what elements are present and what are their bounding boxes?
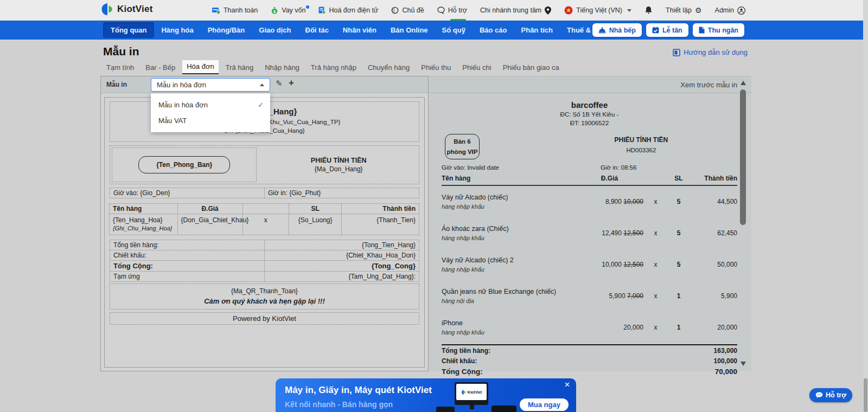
edit-template-icon[interactable]: ✎ xyxy=(276,79,283,88)
template-totals: Tổng tiền hàng: {Tong_Tien_Hang} Chiết k… xyxy=(110,240,419,282)
main-nav: Tổng quan Hàng hóa Phòng/Bàn Giao dịch Đ… xyxy=(0,21,868,40)
nav-tab-phan-tich[interactable]: Phân tích xyxy=(514,21,560,40)
topbar-item-admin[interactable]: Admin xyxy=(715,7,745,15)
receipt-preview: barcoffee ĐC: Số 1B Yết Kiều - ĐT: 19006… xyxy=(429,93,751,371)
receipt-store-name: barcoffee xyxy=(442,100,737,111)
receipt-doc-code: HD003362 xyxy=(545,145,737,155)
chevron-down-icon xyxy=(627,9,631,12)
receipt-item-row: iPhonehàng nhập khẩu 20,000 x 1 20,000 xyxy=(442,312,737,343)
template-doc-code: {Ma_Don_Hang} xyxy=(315,165,363,173)
buy-now-button[interactable]: Mua ngay xyxy=(520,398,569,411)
template-total-row: Tổng Cộng: {Tong_Cong} xyxy=(110,260,419,272)
receipt-doc-title: PHIẾU TÍNH TIỀN xyxy=(545,135,737,145)
add-template-icon[interactable]: + xyxy=(289,78,294,88)
tab-phieu-ban-giao-ca[interactable]: Phiếu bàn giao ca xyxy=(499,61,564,74)
nav-tab-doi-tac[interactable]: Đối tác xyxy=(298,21,336,40)
preview-panel-header: Xem trước mẫu in xyxy=(429,76,751,93)
page-scrollbar[interactable] xyxy=(863,0,868,412)
kitchen-button[interactable]: Nhà bếp xyxy=(592,23,642,37)
nav-tab-bao-cao[interactable]: Báo cáo xyxy=(473,21,514,40)
tab-phieu-chi[interactable]: Phiếu chi xyxy=(458,61,495,74)
check-icon: ✓ xyxy=(258,97,264,113)
template-canvas[interactable]: {Ten_Cua_Hang} ĐC: {Dia_Chi_Cua_Hang} - … xyxy=(104,97,425,368)
theme-icon xyxy=(391,7,399,14)
receipt-time-print: Giờ in: 08:56 xyxy=(601,164,636,171)
editor-panel-label: Mẫu in xyxy=(101,81,127,88)
banner-close-icon[interactable]: ✕ xyxy=(564,381,570,389)
bell-icon xyxy=(644,6,653,15)
nav-tab-hang-hoa[interactable]: Hàng hóa xyxy=(154,21,200,40)
monitor-image: KiotViet xyxy=(455,382,488,405)
nav-quick-actions: Nhà bếp Lễ tân Thu ngân xyxy=(592,23,744,37)
help-link[interactable]: Hướng dẫn sử dụng xyxy=(673,48,748,56)
receipt-time-in: Giờ vào: Invalid date xyxy=(442,164,499,171)
template-times-symbol: x xyxy=(242,214,290,235)
nav-tab-so-quy[interactable]: Sổ quỹ xyxy=(435,21,473,40)
receipt-item-row: Váy nữ Alcado (chiếc) 2hàng nhập khẩu 10… xyxy=(442,249,737,280)
template-total-row: Tổng tiền hàng: {Tong_Tien_Hang} xyxy=(110,240,419,250)
print-template-tabs: Tạm tính Bar - Bếp Hóa đơn Trả hàng Nhập… xyxy=(102,60,564,74)
brand[interactable]: KiotViet xyxy=(100,3,153,16)
template-item-name: {Ten_Hang_Hoa} xyxy=(113,216,174,224)
topbar-item-branch[interactable]: Chi nhánh trung tâm xyxy=(480,7,551,15)
topbar-item-payment[interactable]: Thanh toán xyxy=(212,7,258,14)
template-item-note: {Ghi_Chu_Hang_Hoa} xyxy=(113,225,174,231)
tab-phieu-thu[interactable]: Phiếu thu xyxy=(417,61,455,74)
banner-title: Máy in, Giấy in, Máy quét KiotViet xyxy=(285,385,432,396)
nav-tab-ban-online[interactable]: Bán Online xyxy=(384,21,435,40)
nav-tab-giao-dich[interactable]: Giao dịch xyxy=(252,21,298,40)
template-table-header: Tên hàng Đ.Giá SL Thành tiền xyxy=(110,203,419,214)
printer-image xyxy=(436,407,455,412)
template-select[interactable]: Mẫu in hóa đơn xyxy=(151,78,270,92)
cloche-icon xyxy=(598,27,606,34)
receipt-discount-row: Chiết khấu: 100,000 xyxy=(442,356,737,366)
template-table-row: {Ten_Hang_Hoa} {Ghi_Chu_Hang_Hoa} {Don_G… xyxy=(110,214,419,235)
template-times-row: Giờ vào: {Gio_Den} Giờ in: {Gio_Phut} xyxy=(110,188,419,198)
topbar-item-theme[interactable]: Chủ đề xyxy=(391,7,424,14)
tab-hoa-don[interactable]: Hóa đơn xyxy=(182,60,218,74)
nav-tab-phong-ban[interactable]: Phòng/Bàn xyxy=(201,21,252,40)
template-time-in: Giờ vào: {Gio_Den} xyxy=(110,188,264,198)
kiotviet-app: KiotViet Thanh toán $ Vay vốn Hoá đơ xyxy=(0,0,868,412)
tab-tam-tinh[interactable]: Tạm tính xyxy=(102,61,138,74)
template-items-table: Tên hàng Đ.Giá SL Thành tiền {Ten_Hang_H… xyxy=(110,203,419,235)
chat-bubble-icon xyxy=(815,392,823,398)
topbar-item-support[interactable]: Hỗ trợ Beta xyxy=(437,7,467,14)
payment-icon xyxy=(212,7,220,14)
nav-tabs: Tổng quan Hàng hóa Phòng/Bàn Giao dịch Đ… xyxy=(103,21,626,40)
topbar-item-settings[interactable]: Thiết lập ⚙ xyxy=(666,6,702,15)
user-icon xyxy=(737,7,745,15)
template-item-price: {Don_Gia_Chiet_Khau} xyxy=(177,214,243,235)
tab-tra-hang[interactable]: Trả hàng xyxy=(221,61,258,74)
menu-option-mau-vat[interactable]: Mẫu VAT xyxy=(151,113,270,128)
reception-button[interactable]: Lễ tân xyxy=(646,23,688,37)
chevron-up-icon xyxy=(260,83,264,86)
page-scrollbar-thumb[interactable] xyxy=(864,378,867,412)
template-time-print: Giờ in: {Gio_Phut} xyxy=(264,188,419,198)
receipt-grand-total-row: Tổng Cộng: 70,000 xyxy=(442,366,737,377)
tab-chuyen-hang[interactable]: Chuyển hàng xyxy=(363,61,414,74)
scroll-up-arrow[interactable] xyxy=(741,81,746,85)
topbar-item-einvoice[interactable]: Hoá đơn điện tử xyxy=(318,7,378,14)
nav-tab-tong-quan[interactable]: Tổng quan xyxy=(103,22,154,38)
tab-bar-bep[interactable]: Bar - Bếp xyxy=(141,61,180,74)
monitor-stand xyxy=(470,405,474,409)
topbar-item-notifications[interactable] xyxy=(644,6,653,15)
receipt-item-row: Váy nữ Alcado (chiếc)hàng nhập khẩu 8,90… xyxy=(442,186,737,217)
receipt-doc-icon xyxy=(699,27,705,34)
nav-tab-nhan-vien[interactable]: Nhân viên xyxy=(336,21,384,40)
support-fab-button[interactable]: Hỗ trợ xyxy=(809,388,852,402)
scrollbar-thumb[interactable] xyxy=(740,89,746,225)
cashier-button[interactable]: Thu ngân xyxy=(693,23,744,37)
promo-banner[interactable]: Máy in, Giấy in, Máy quét KiotViet Kết n… xyxy=(276,378,576,412)
tab-tra-hang-nhap[interactable]: Trả hàng nhập xyxy=(307,61,361,74)
support-bubble-icon xyxy=(437,7,445,14)
scroll-down-arrow[interactable] xyxy=(741,362,746,366)
topbar-item-loan[interactable]: $ Vay vốn xyxy=(271,7,305,14)
tab-nhap-hang[interactable]: Nhập hàng xyxy=(260,61,304,74)
template-footer: {Ma_QR_Thanh_Toan} Cảm ơn quý khách và h… xyxy=(110,284,419,310)
receipt-table-header: Tên hàng Đ.Giá SL Thành tiền xyxy=(442,175,737,186)
menu-option-mau-in-hoa-don[interactable]: Mẫu in hóa đơn ✓ xyxy=(151,97,270,113)
svg-text:$: $ xyxy=(273,9,276,14)
topbar-item-language[interactable]: Tiếng Việt (VN) xyxy=(564,6,631,15)
